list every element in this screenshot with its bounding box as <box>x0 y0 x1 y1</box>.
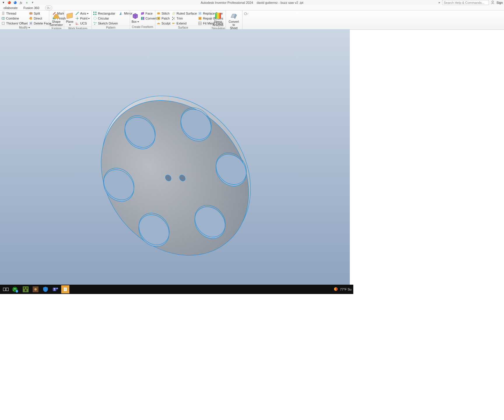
point-label: Point <box>80 17 90 20</box>
panel-explore: Shape Generator Explore <box>49 10 64 29</box>
point-icon <box>75 16 79 20</box>
split-button[interactable]: Split <box>29 11 51 16</box>
trim-label: Trim <box>177 17 183 20</box>
shape-generator-button[interactable]: Shape Generator <box>50 11 63 27</box>
appearance-red-icon[interactable] <box>7 0 12 5</box>
task-view-icon[interactable] <box>2 285 10 293</box>
stitch-icon <box>157 11 161 15</box>
svg-text:I: I <box>65 288 66 291</box>
thread-button[interactable]: Thread <box>1 11 28 16</box>
svg-rect-8 <box>2 22 4 24</box>
rectangular-pattern-button[interactable]: Rectangular <box>93 11 118 16</box>
ucs-icon <box>75 21 79 25</box>
svg-point-21 <box>94 22 95 23</box>
weather-icon[interactable] <box>333 287 338 292</box>
qat-customize-caret-icon[interactable]: ▾ <box>30 0 35 5</box>
direct-button[interactable]: Direct <box>29 16 51 21</box>
trim-icon <box>172 16 176 20</box>
fitmesh-icon <box>198 21 202 25</box>
convert-freeform-button[interactable]: Convert <box>141 16 157 21</box>
rectangular-icon <box>93 11 97 15</box>
panel-pattern: Rectangular Circular Sketch Driven Mirro… <box>92 10 130 29</box>
svg-point-5 <box>47 7 49 9</box>
patch-label: Patch <box>161 17 170 20</box>
ruled-surface-button[interactable]: Ruled Surface <box>172 11 197 16</box>
ribbon-appearance-button[interactable] <box>45 6 52 10</box>
svg-rect-33 <box>172 23 174 24</box>
svg-rect-16 <box>93 12 94 13</box>
sign-in-icon[interactable] <box>491 0 495 5</box>
window-title: Autodesk Inventor Professional 2024 davi… <box>0 1 504 4</box>
material-blue-icon[interactable] <box>13 0 17 5</box>
patch-button[interactable]: Patch <box>157 16 171 21</box>
svg-rect-56 <box>6 288 8 291</box>
repair-icon <box>198 16 202 20</box>
sculpt-icon <box>157 21 161 25</box>
split-icon <box>29 11 33 15</box>
face-icon <box>141 11 145 15</box>
face-button[interactable]: Face <box>141 11 157 16</box>
teams-icon[interactable]: T <box>51 285 59 293</box>
trim-button[interactable]: Trim <box>172 16 197 21</box>
ribbon-overflow[interactable] <box>243 10 250 29</box>
search-placeholder: Search Help & Commands... <box>444 1 484 4</box>
extend-button[interactable]: Extend <box>172 21 197 26</box>
plane-label: Plane <box>65 20 74 27</box>
tab-collaborate[interactable]: ollaborate <box>1 6 20 10</box>
svg-rect-19 <box>95 14 96 15</box>
svg-point-63 <box>34 288 37 290</box>
svg-point-2 <box>14 1 17 4</box>
search-icon[interactable]: ▸ <box>439 1 440 4</box>
windows-taskbar: 5 T I 77°F Su <box>0 285 353 294</box>
svg-rect-34 <box>174 23 175 24</box>
ribbon-tabs: ollaborate Fusion 360 <box>0 5 504 10</box>
axis-label: Axis <box>80 12 89 15</box>
ruled-icon <box>172 11 176 15</box>
svg-point-20 <box>94 17 96 20</box>
thicken-icon <box>1 21 5 25</box>
sketch-driven-button[interactable]: Sketch Driven <box>93 21 118 26</box>
thicken-offset-button[interactable]: Thicken/ Offset <box>1 21 28 26</box>
patch-icon <box>157 16 161 20</box>
ucs-button[interactable]: UCS <box>75 21 90 26</box>
sign-in-label[interactable]: Sign <box>496 1 503 4</box>
inventor-taskbar-icon[interactable]: I <box>61 285 69 293</box>
svg-line-14 <box>76 12 79 15</box>
minecraft-icon[interactable] <box>22 285 30 293</box>
app-brown-icon[interactable] <box>31 285 40 293</box>
direct-icon <box>29 16 33 20</box>
3d-viewport[interactable] <box>0 29 350 285</box>
canvas-area: × <box>0 29 504 420</box>
add-command-plus-icon[interactable]: + <box>24 0 29 5</box>
app-menu-caret-icon[interactable]: ▾ <box>1 0 6 5</box>
box-button[interactable]: Box <box>131 11 139 23</box>
sculpt-button[interactable]: Sculpt <box>157 21 171 26</box>
plane-button[interactable]: Plane <box>65 11 74 27</box>
delete-face-label: Delete Face <box>34 22 51 25</box>
system-tray: 77°F Su <box>333 287 352 292</box>
panel-modify: Thread Combine Thicken/ Offset Split Dir… <box>0 10 49 29</box>
delete-face-button[interactable]: Delete Face <box>29 21 51 26</box>
face-label: Face <box>145 12 152 15</box>
svg-rect-17 <box>95 12 96 13</box>
search-input[interactable]: Search Help & Commands... <box>442 0 489 5</box>
convert-label: Convert <box>145 17 157 20</box>
stress-analysis-button[interactable]: Stress Analysis <box>212 11 224 27</box>
stitch-button[interactable]: Stitch <box>157 11 171 16</box>
circular-pattern-button[interactable]: Circular <box>93 16 118 21</box>
plane-icon <box>66 12 74 20</box>
split-label: Split <box>34 12 40 15</box>
tab-fusion360[interactable]: Fusion 360 <box>20 6 42 10</box>
weather-text[interactable]: 77°F Su <box>340 288 352 291</box>
combine-button[interactable]: Combine <box>1 16 28 21</box>
box-label: Box <box>131 20 139 23</box>
svg-text:T: T <box>54 288 55 291</box>
point-button[interactable]: Point <box>75 16 90 21</box>
panel-simulation: Stress Analysis Simulation <box>211 10 226 29</box>
axis-button[interactable]: Axis <box>75 11 90 16</box>
security-shield-icon[interactable] <box>41 285 50 293</box>
panel-work-features: Plane Axis Point UCS Work Features <box>64 10 92 29</box>
axis-icon <box>75 11 79 15</box>
xbox-icon[interactable]: 5 <box>12 285 20 293</box>
parameters-fx-icon[interactable]: fx <box>19 0 23 5</box>
